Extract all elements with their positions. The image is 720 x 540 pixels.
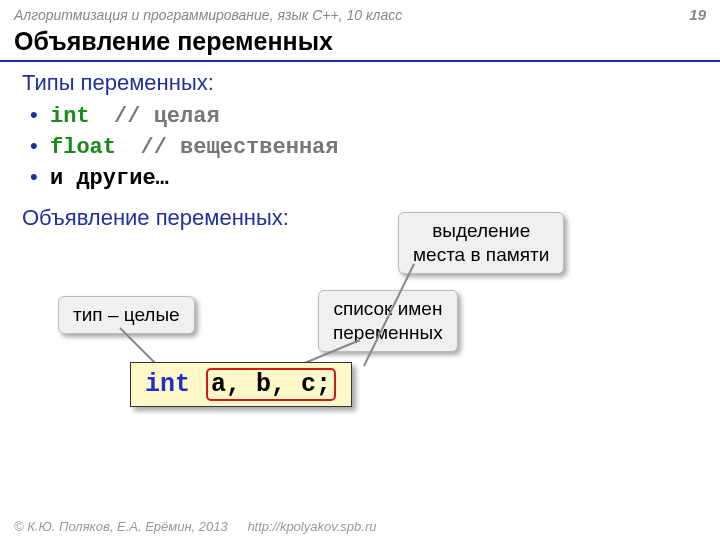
types-heading: Типы переменных: <box>22 70 698 96</box>
slide-header: Алгоритмизация и программирование, язык … <box>0 0 720 25</box>
footer-url: http://kpolyakov.spb.ru <box>247 519 376 534</box>
other-types: и другие… <box>50 166 169 191</box>
slide-content: Типы переменных: int // целая float // в… <box>0 62 720 231</box>
slide-footer: © К.Ю. Поляков, Е.А. Ерёмин, 2013 http:/… <box>14 519 376 534</box>
code-vars: a, b, c; <box>211 370 331 399</box>
comment-int: // целая <box>114 104 220 129</box>
course-name: Алгоритмизация и программирование, язык … <box>14 7 402 23</box>
code-keyword: int <box>145 370 190 399</box>
svg-line-2 <box>364 264 414 366</box>
connector-memory <box>358 262 428 372</box>
callout-type-text: тип – целые <box>73 304 180 325</box>
type-item-int: int // целая <box>50 102 698 129</box>
types-list: int // целая float // вещественная и дру… <box>22 102 698 191</box>
code-box: int a, b, c; <box>130 362 352 407</box>
copyright: © К.Ю. Поляков, Е.А. Ерёмин, 2013 <box>14 519 228 534</box>
comment-float: // вещественная <box>140 135 338 160</box>
keyword-float: float <box>50 135 116 160</box>
code-vars-highlight: a, b, c; <box>206 368 336 401</box>
type-item-other: и другие… <box>50 164 698 191</box>
slide-title: Объявление переменных <box>0 25 720 62</box>
callout-memory-text: выделение места в памяти <box>413 220 549 265</box>
page-number: 19 <box>689 6 706 23</box>
svg-line-0 <box>120 328 158 366</box>
keyword-int: int <box>50 104 90 129</box>
type-item-float: float // вещественная <box>50 133 698 160</box>
declaration-heading: Объявление переменных: <box>22 205 698 231</box>
